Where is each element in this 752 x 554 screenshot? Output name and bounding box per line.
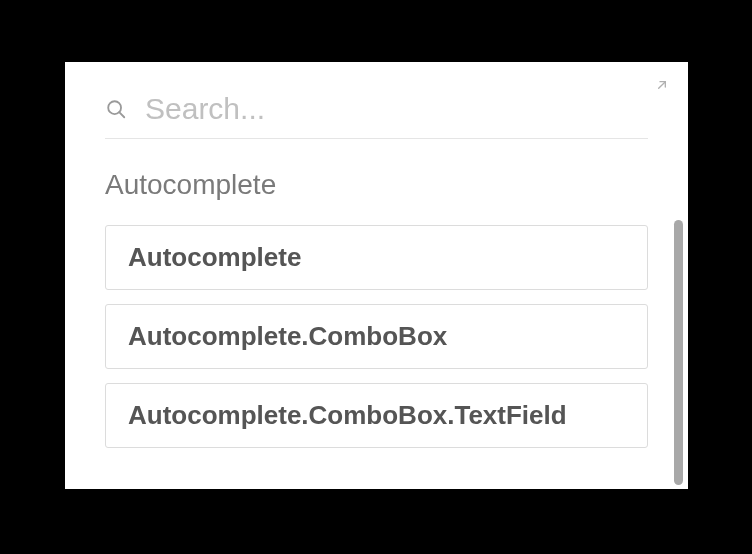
search-row — [65, 62, 688, 138]
result-item[interactable]: Autocomplete — [105, 225, 648, 290]
expand-icon[interactable] — [654, 77, 670, 93]
section-label: Autocomplete — [105, 169, 648, 201]
search-input[interactable] — [145, 92, 648, 126]
search-panel: Autocomplete Autocomplete Autocomplete.C… — [65, 62, 688, 489]
scrollbar[interactable] — [674, 220, 683, 485]
result-item[interactable]: Autocomplete.ComboBox.TextField — [105, 383, 648, 448]
search-icon — [105, 98, 127, 120]
results-content: Autocomplete Autocomplete Autocomplete.C… — [65, 139, 688, 476]
result-item[interactable]: Autocomplete.ComboBox — [105, 304, 648, 369]
svg-line-2 — [119, 112, 124, 117]
svg-line-0 — [659, 82, 666, 89]
